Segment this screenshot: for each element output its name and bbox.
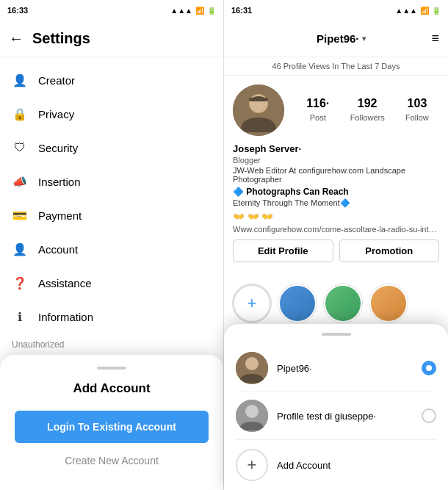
- information-icon: ℹ: [12, 309, 28, 325]
- creator-icon: 👤: [12, 72, 28, 88]
- username-header[interactable]: Pipet96· ▾: [317, 32, 366, 45]
- nav-item-payment[interactable]: 💳 Payment: [0, 198, 223, 232]
- radio-selected-icon: [422, 361, 436, 375]
- login-existing-button[interactable]: Login To Existing Account: [15, 411, 209, 443]
- account-option-2[interactable]: Profile test di giuseppe·: [236, 392, 436, 440]
- stat-posts: 116· Post: [306, 97, 329, 123]
- edit-profile-button[interactable]: Edit Profile: [233, 239, 333, 262]
- profile-desc: JW-Web Editor At configurehow.com Landsc…: [233, 166, 439, 184]
- right-signal-icon: ▲▲▲: [395, 7, 417, 15]
- add-account-modal-row[interactable]: + Add Account: [236, 440, 436, 490]
- right-time: 16:31: [231, 6, 252, 15]
- stat-posts-label: Post: [310, 113, 326, 122]
- profile-views-banner: 46 Profile Views In The Last 7 Days: [224, 57, 448, 76]
- account-icon: 👤: [12, 241, 28, 257]
- information-label: Information: [38, 311, 93, 323]
- nav-item-account[interactable]: 👤 Account: [0, 232, 223, 266]
- profile-sub: Eternity Through The Moment🔷: [233, 198, 439, 208]
- insertion-icon: 📣: [12, 173, 28, 190]
- profile-info-section: 116· Post 192 Followers 103 Follow Josep…: [224, 76, 448, 278]
- account-name-1: Pipet96·: [277, 363, 413, 374]
- account-avatar-2: [236, 400, 268, 432]
- profile-stats: 116· Post 192 Followers 103 Follow: [296, 97, 439, 123]
- account-avatar-1: [236, 352, 268, 384]
- stat-following: 103 Follow: [405, 97, 429, 123]
- right-status-icons: ▲▲▲ 📶 🔋: [395, 7, 441, 15]
- stat-following-number: 103: [405, 97, 429, 110]
- payment-label: Payment: [38, 209, 82, 222]
- left-status-icons: ▲▲▲ 📶 🔋: [170, 7, 216, 15]
- create-new-button[interactable]: Create New Account: [15, 446, 209, 475]
- privacy-icon: 🔒: [12, 106, 28, 122]
- profile-buttons: Edit Profile Promotion: [233, 239, 439, 262]
- back-button[interactable]: ←: [9, 30, 24, 47]
- stat-followers: 192 Followers: [350, 97, 385, 123]
- security-icon: 🛡: [12, 140, 28, 156]
- right-panel: 16:31 ▲▲▲ 📶 🔋 Pipet96· ▾ ≡ 46 Profile Vi…: [224, 0, 448, 490]
- left-time: 16:33: [7, 6, 28, 15]
- right-wifi-icon: 📶: [420, 7, 429, 15]
- profile-bio: Blogger: [233, 156, 439, 165]
- settings-title: Settings: [32, 30, 90, 47]
- svg-point-5: [245, 357, 259, 370]
- svg-point-7: [245, 405, 259, 418]
- profile-hashtag: 🔷 Photographs Can Reach: [233, 187, 439, 197]
- promotion-button[interactable]: Promotion: [339, 239, 440, 262]
- account-switcher-modal: Pipet96· Profile test di giuseppe· + Add…: [224, 324, 448, 490]
- nav-item-insertion[interactable]: 📣 Insertion: [0, 165, 223, 198]
- modal-title: Add Account: [15, 381, 209, 396]
- chevron-down-icon: ▾: [362, 35, 366, 43]
- right-modal-handle: [322, 333, 351, 336]
- nav-item-information[interactable]: ℹ Information: [0, 300, 223, 334]
- creator-label: Creator: [38, 74, 75, 87]
- left-header: ← Settings: [0, 21, 223, 57]
- story-salento-circle: [369, 284, 408, 323]
- right-header: Pipet96· ▾ ≡: [224, 21, 448, 57]
- security-label: Security: [38, 142, 78, 154]
- nav-item-security[interactable]: 🛡 Security: [0, 131, 223, 165]
- stat-following-label: Follow: [405, 113, 429, 122]
- avatar: [233, 84, 284, 136]
- assistance-label: Assistance: [38, 277, 92, 289]
- left-panel: 16:33 ▲▲▲ 📶 🔋 ← Settings 👤 Creator 🔒 Pri…: [0, 0, 224, 490]
- hamburger-menu-icon[interactable]: ≡: [431, 31, 439, 46]
- insertion-label: Insertion: [38, 176, 81, 188]
- left-status-bar: 16:33 ▲▲▲ 📶 🔋: [0, 0, 223, 21]
- story-new-circle: +: [233, 284, 271, 323]
- profile-views-text: 46 Profile Views In The Last 7 Days: [272, 62, 400, 71]
- privacy-label: Privacy: [38, 108, 74, 120]
- add-account-modal: Add Account Login To Existing Account Cr…: [0, 355, 223, 490]
- assistance-icon: ❓: [12, 275, 28, 291]
- username-text: Pipet96·: [317, 32, 359, 45]
- profile-link: Www.configurehow.com/come-ascoltare-la-r…: [233, 225, 439, 234]
- profile-top-row: 116· Post 192 Followers 103 Follow: [233, 84, 439, 136]
- modal-handle: [97, 367, 126, 370]
- radio-unselected-icon: [422, 408, 436, 423]
- battery-icon: 🔋: [207, 7, 216, 15]
- stat-followers-label: Followers: [350, 113, 385, 122]
- nav-item-creator[interactable]: 👤 Creator: [0, 63, 223, 97]
- stat-posts-number: 116·: [306, 97, 329, 110]
- stat-followers-number: 192: [350, 97, 385, 110]
- right-status-bar: 16:31 ▲▲▲ 📶 🔋: [224, 0, 448, 21]
- add-circle-icon: +: [236, 449, 268, 481]
- nav-item-assistance[interactable]: ❓ Assistance: [0, 266, 223, 300]
- payment-icon: 💳: [12, 207, 28, 223]
- story-calabria-circle: [324, 284, 362, 323]
- plus-icon: +: [248, 294, 257, 313]
- nav-item-privacy[interactable]: 🔒 Privacy: [0, 97, 223, 131]
- account-name-2: Profile test di giuseppe·: [277, 411, 413, 422]
- story-myjob-circle: [278, 284, 317, 323]
- signal-icon: ▲▲▲: [170, 7, 192, 15]
- wifi-icon: 📶: [195, 7, 204, 15]
- unauthorized-label: Unauthorized: [0, 334, 223, 353]
- account-label: Account: [38, 243, 78, 256]
- right-battery-icon: 🔋: [432, 7, 441, 15]
- svg-rect-3: [249, 98, 268, 101]
- profile-emojis: 👐 👐 👐: [233, 211, 439, 222]
- profile-name: Joseph Server·: [233, 143, 439, 154]
- add-account-modal-label: Add Account: [277, 460, 330, 471]
- account-option-1[interactable]: Pipet96·: [236, 345, 436, 392]
